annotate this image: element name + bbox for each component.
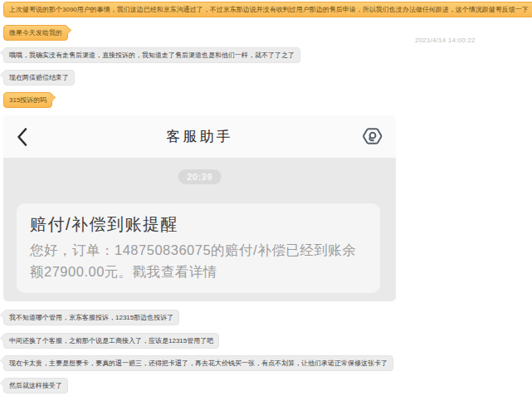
chat-message-bubble: 现在卡太贵，主要是想要卡，要真的退一赔三，还得把卡退了，再去花大价钱买一张，有点… xyxy=(3,355,393,371)
chat-page: 上次健哥说的那个3090用户的事情，我们这边已经和京东沟通过了，不过京东那边说并… xyxy=(0,0,532,396)
back-chevron-icon xyxy=(17,127,27,147)
notification-card: 赔付/补偿到账提醒 您好，订单：148750836075的赔付/补偿已经到账余额… xyxy=(17,203,380,293)
chat-message-bubble: 现在两倍赔偿结束了 xyxy=(3,70,75,86)
message-timestamp: 2021/4/14 14:00:22 xyxy=(415,37,476,44)
chat-message-bubble: 哦哦，我确实没有走售后渠道，直接投诉的，我知道走了售后渠道也是和他们一样，就不了… xyxy=(3,47,300,63)
app-header: 客服助手 xyxy=(3,115,396,158)
app-title: 客服助手 xyxy=(3,127,396,146)
time-badge: 20:39 xyxy=(178,169,222,184)
chat-message-bubble: 上次健哥说的那个3090用户的事情，我们这边已经和京东沟通过了，不过京东那边说并… xyxy=(3,2,532,17)
notification-card-title: 赔付/补偿到账提醒 xyxy=(30,214,368,234)
screenshot-image-message[interactable]: 客服助手 20:39 赔付/补偿到账提醒 您好，订单：148750836075的… xyxy=(3,115,396,301)
chat-message-bubble: 315投诉的吗 xyxy=(3,92,52,108)
customer-service-headset-icon xyxy=(360,125,384,149)
notification-card-body: 您好，订单：148750836075的赔付/补偿已经到账余额27900.00元。… xyxy=(30,239,368,282)
chat-message-bubble: 然后就这样接受了 xyxy=(3,378,68,394)
app-chat-area: 20:39 赔付/补偿到账提醒 您好，订单：148750836075的赔付/补偿… xyxy=(3,158,396,301)
chat-message-bubble: 微星今天发给我的 xyxy=(3,25,68,41)
chat-message-bubble: 我不知道哪个管用，京东客服投诉，12315那边也投诉了 xyxy=(3,310,179,325)
chat-message-bubble: 中间还换了个客服，之前那个说是工商接入了，应该是12315管用了吧 xyxy=(3,333,219,349)
